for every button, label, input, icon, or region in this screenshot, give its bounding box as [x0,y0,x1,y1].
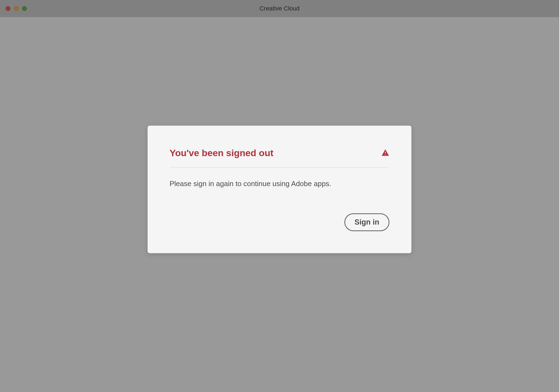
maximize-window-button[interactable] [22,6,27,11]
dialog-message: Please sign in again to continue using A… [170,168,389,189]
window-title: Creative Cloud [0,5,559,12]
minimize-window-button[interactable] [14,6,19,11]
svg-rect-0 [385,151,386,153]
dialog-footer: Sign in [170,189,389,231]
window-controls [5,6,27,11]
sign-in-button[interactable]: Sign in [344,213,389,231]
content-area: You've been signed out Please sign in ag… [0,17,559,392]
signed-out-dialog: You've been signed out Please sign in ag… [148,126,411,253]
dialog-header: You've been signed out [170,148,389,168]
window-titlebar: Creative Cloud [0,0,559,17]
svg-rect-1 [385,154,386,154]
dialog-title: You've been signed out [170,148,273,158]
close-window-button[interactable] [5,6,10,11]
warning-triangle-icon [381,149,389,157]
